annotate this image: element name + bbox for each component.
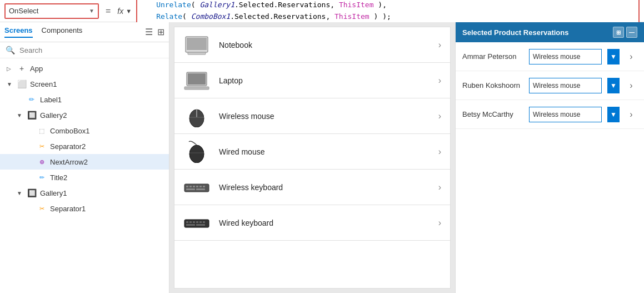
- chevron-right-icon: ›: [438, 111, 441, 121]
- gallery1-icon: 🔲: [27, 188, 37, 197]
- ctrl-btn-1[interactable]: ⊞: [613, 27, 624, 38]
- svg-rect-16: [203, 186, 205, 187]
- ctrl-btn-2[interactable]: —: [626, 27, 637, 38]
- left-panel: Screens Components ☰ ⊞ 🔍 ▷ + App ▼ ⬜: [0, 22, 169, 293]
- chevron-right-icon: ›: [438, 40, 441, 50]
- blank-icon: [17, 97, 23, 103]
- tree-item-app[interactable]: ▷ + App: [0, 61, 169, 76]
- combo-value-0: Wireless mouse: [533, 53, 580, 61]
- svg-rect-12: [189, 186, 192, 187]
- tree-label-label1: Label1: [40, 96, 62, 104]
- chevron-right-icon: ›: [438, 182, 441, 192]
- gallery-item-wireless-keyboard[interactable]: Wireless keyboard ›: [174, 170, 450, 205]
- tree-item-gallery1[interactable]: ▼ 🔲 Gallery1: [0, 185, 169, 201]
- right-panel-title: Selected Product Reservations: [462, 28, 568, 37]
- laptop-name: Laptop: [219, 76, 430, 85]
- right-panel: Selected Product Reservations ⊞ — Ammar …: [455, 22, 644, 293]
- combo-arrow-0[interactable]: ▼: [607, 49, 620, 64]
- combo-arrow-1[interactable]: ▼: [607, 78, 620, 93]
- combo-select-0[interactable]: Wireless mouse: [529, 49, 602, 64]
- person-name-1: Ruben Kokshoorn: [462, 81, 523, 90]
- tab-screens[interactable]: Screens: [4, 26, 33, 38]
- label-icon: ✏: [27, 96, 37, 103]
- gallery-item-wireless-mouse[interactable]: Wireless mouse ›: [174, 98, 450, 134]
- tree-item-screen1[interactable]: ▼ ⬜ Screen1: [0, 76, 169, 92]
- nav-arrow-2[interactable]: ›: [625, 107, 637, 122]
- svg-rect-15: [199, 186, 202, 187]
- list-icon[interactable]: ☰: [145, 27, 153, 37]
- tab-icons: ☰ ⊞: [145, 27, 164, 37]
- nav-arrow-1[interactable]: ›: [625, 78, 637, 93]
- combo-select-1[interactable]: Wireless mouse: [529, 78, 602, 93]
- title-icon: ✏: [37, 174, 47, 181]
- top-bar: OnSelect ▼ = fx ▼ If( IsBlank( ComboBox1…: [0, 0, 644, 22]
- combo-select-2[interactable]: Wireless mouse: [529, 107, 602, 122]
- grid-icon[interactable]: ⊞: [157, 27, 164, 37]
- tab-components[interactable]: Components: [42, 26, 83, 38]
- formula-select[interactable]: OnSelect ▼: [4, 3, 99, 19]
- svg-rect-18: [196, 188, 205, 190]
- search-input[interactable]: [19, 46, 163, 54]
- tree-label-gallery2: Gallery2: [40, 111, 67, 120]
- svg-rect-27: [196, 224, 205, 226]
- svg-rect-4: [188, 73, 206, 85]
- svg-rect-14: [196, 186, 198, 187]
- tree-item-separator1[interactable]: ✂ Separator1: [0, 201, 169, 216]
- wired-keyboard-name: Wired keyboard: [219, 218, 430, 227]
- tree-item-separator2[interactable]: ✂ Separator2: [0, 138, 169, 154]
- svg-rect-2: [188, 52, 206, 54]
- tree-item-nextarrow2[interactable]: ⊕ NextArrow2: [0, 154, 169, 170]
- formula-select-value: OnSelect: [9, 7, 38, 15]
- wireless-mouse-name: Wireless mouse: [219, 112, 430, 121]
- gallery-item-wired-keyboard[interactable]: Wired keyboard ›: [174, 205, 450, 241]
- tree-label-screen1: Screen1: [30, 80, 57, 88]
- tree-label-separator2: Separator2: [50, 142, 86, 151]
- expand-icon: ▷: [7, 66, 13, 72]
- tree-item-label1[interactable]: ✏ Label1: [0, 92, 169, 107]
- gallery-item-wired-mouse[interactable]: Wired mouse ›: [174, 134, 450, 170]
- chevron-down-icon: ▼: [89, 8, 94, 14]
- svg-rect-21: [189, 221, 192, 223]
- combo-value-1: Wireless mouse: [533, 82, 580, 90]
- reservation-row-2: Betsy McCarthy Wireless mouse ▼ ›: [456, 100, 644, 129]
- search-icon: 🔍: [6, 46, 15, 54]
- tree-item-gallery2[interactable]: ▼ 🔲 Gallery2: [0, 107, 169, 123]
- tree-item-combobox1[interactable]: ⬚ ComboBox1: [0, 123, 169, 138]
- tree-label-gallery1: Gallery1: [40, 189, 67, 197]
- combo-arrow-2[interactable]: ▼: [607, 107, 620, 122]
- svg-rect-23: [196, 221, 198, 223]
- wireless-mouse-image: [183, 105, 210, 127]
- chevron-right-icon: ›: [438, 147, 441, 157]
- screen-icon: ⬜: [17, 80, 27, 88]
- svg-rect-17: [186, 188, 195, 190]
- gallery-item-notebook[interactable]: Notebook ›: [174, 27, 450, 63]
- wireless-keyboard-name: Wireless keyboard: [219, 183, 430, 192]
- combobox-icon: ⬚: [37, 127, 47, 135]
- blank-icon: [27, 175, 33, 181]
- svg-rect-10: [184, 184, 209, 192]
- tree-label-title2: Title2: [50, 173, 67, 182]
- wired-keyboard-image: [183, 212, 210, 234]
- svg-rect-25: [203, 221, 205, 223]
- nav-arrow-0[interactable]: ›: [625, 49, 637, 64]
- formula-line-3: Relate( ComboBox1.Selected.Reservations,…: [143, 11, 633, 22]
- svg-rect-19: [184, 220, 209, 227]
- blank-icon: [27, 159, 33, 165]
- tabs-row: Screens Components ☰ ⊞: [0, 22, 169, 42]
- reservation-row-0: Ammar Peterson Wireless mouse ▼ ›: [456, 42, 644, 71]
- notebook-image: [183, 34, 210, 56]
- gallery-item-laptop[interactable]: Laptop ›: [174, 63, 450, 98]
- wired-mouse-image: [183, 141, 210, 163]
- formula-line-2: Unrelate( Gallery1.Selected.Reservations…: [143, 0, 633, 11]
- tree-label-app: App: [30, 64, 43, 73]
- tree-label-combobox1: ComboBox1: [50, 127, 90, 135]
- center-panel: Notebook › Laptop ›: [169, 22, 455, 293]
- tree-label-nextarrow2: NextArrow2: [50, 158, 88, 166]
- blank-icon: [27, 128, 33, 134]
- svg-rect-26: [186, 224, 195, 226]
- chevron-right-icon: ›: [438, 76, 441, 86]
- tree-item-title2[interactable]: ✏ Title2: [0, 170, 169, 185]
- main-area: Screens Components ☰ ⊞ 🔍 ▷ + App ▼ ⬜: [0, 22, 644, 293]
- wireless-keyboard-image: [183, 176, 210, 198]
- svg-rect-13: [193, 186, 195, 187]
